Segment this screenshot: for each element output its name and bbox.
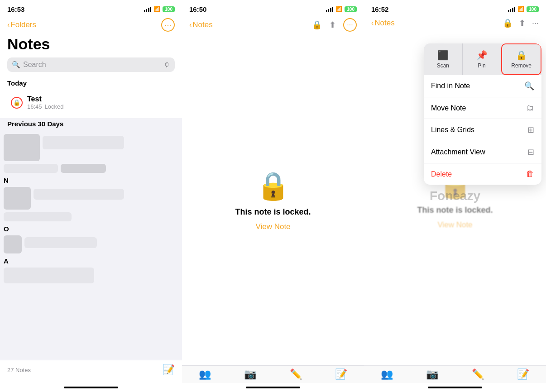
pin-label: Pin bbox=[478, 62, 485, 69]
remove-icon: 🔒 bbox=[516, 50, 527, 61]
markup-icon-2[interactable]: ✏️ bbox=[290, 368, 302, 380]
compose-icon-3[interactable]: 📝 bbox=[517, 368, 529, 380]
battery-2: 100 bbox=[345, 6, 357, 12]
nav-icons-2: 🔒 ⬆ ··· bbox=[312, 18, 357, 32]
battery-3: 100 bbox=[527, 6, 539, 12]
wifi-icon-1: 📶 bbox=[153, 6, 160, 12]
status-bar-2: 16:50 📶 100 bbox=[182, 0, 364, 16]
home-indicator-1 bbox=[0, 383, 182, 392]
lock-icon-2[interactable]: 🔒 bbox=[312, 20, 322, 30]
status-icons-2: 📶 100 bbox=[326, 6, 357, 12]
bottom-icons-3: 👥 📷 ✏️ 📝 bbox=[364, 365, 546, 383]
mic-icon[interactable]: 🎙 bbox=[163, 61, 170, 69]
view-note-button-2[interactable]: View Note bbox=[255, 222, 290, 231]
screen2: 16:50 📶 100 ‹ Notes 🔒 ⬆ ··· 🔒 This note … bbox=[182, 0, 364, 392]
home-bar-2 bbox=[246, 387, 300, 388]
locked-content-2: 🔒 This note is locked. View Note bbox=[182, 35, 364, 365]
back-button-3[interactable]: ‹ Notes bbox=[371, 19, 395, 28]
page-title-1: Notes bbox=[0, 35, 182, 57]
section-a: A bbox=[4, 257, 9, 265]
scan-icon: ⬛ bbox=[437, 50, 449, 61]
context-menu-top-row: ⬛ Scan 📌 Pin 🔒 Remove bbox=[424, 43, 541, 75]
locked-message-3: This note is locked. bbox=[417, 206, 493, 215]
camera-icon-2[interactable]: 📷 bbox=[244, 368, 256, 380]
attachment-icon: ⊟ bbox=[527, 147, 534, 157]
screen1: 16:53 📶 100 ‹ Folders ··· Notes 🔍 Search… bbox=[0, 0, 182, 392]
bottom-bar-1: 27 Notes 📝 bbox=[0, 360, 182, 383]
screen3: 16:52 📶 100 ‹ Notes 🔒 ⬆ ··· ⬛ Scan bbox=[364, 0, 546, 392]
compose-icon-2[interactable]: 📝 bbox=[335, 368, 347, 380]
pin-icon: 📌 bbox=[476, 50, 488, 61]
status-icons-3: 📶 100 bbox=[508, 6, 539, 12]
lock-circle-icon: 🔒 bbox=[11, 97, 23, 109]
search-placeholder: Search bbox=[23, 61, 161, 69]
chevron-left-icon-2: ‹ bbox=[189, 21, 192, 29]
blurred-notes: N O A bbox=[0, 130, 182, 290]
home-bar-1 bbox=[64, 387, 118, 388]
scan-label: Scan bbox=[437, 62, 449, 69]
status-time-3: 16:52 bbox=[371, 5, 388, 13]
locked-message-2: This note is locked. bbox=[235, 207, 311, 217]
back-button-1[interactable]: ‹ Folders bbox=[7, 20, 36, 29]
camera-icon-3[interactable]: 📷 bbox=[426, 368, 438, 380]
signal-icon-2 bbox=[326, 7, 334, 12]
back-label-3: Notes bbox=[374, 19, 394, 28]
context-menu: ⬛ Scan 📌 Pin 🔒 Remove Find in Note 🔍 Mov… bbox=[424, 43, 541, 185]
lines-label: Lines & Grids bbox=[431, 126, 474, 134]
back-button-2[interactable]: ‹ Notes bbox=[189, 20, 213, 29]
note-time: 16:45 bbox=[27, 103, 42, 110]
battery-1: 100 bbox=[163, 6, 175, 12]
chevron-left-icon-3: ‹ bbox=[371, 19, 374, 27]
move-note-button[interactable]: Move Note 🗂 bbox=[424, 97, 541, 119]
search-bar[interactable]: 🔍 Search 🎙 bbox=[7, 57, 175, 72]
nav-bar-3: ‹ Notes 🔒 ⬆ ··· bbox=[364, 16, 546, 32]
status-time-2: 16:50 bbox=[189, 5, 206, 13]
delete-button[interactable]: Delete 🗑 bbox=[424, 163, 541, 185]
signal-icon-1 bbox=[144, 7, 152, 12]
more-button-2[interactable]: ··· bbox=[343, 18, 357, 32]
wifi-icon-3: 📶 bbox=[517, 6, 524, 12]
attachment-label: Attachment View bbox=[431, 148, 485, 156]
lock-icon-3[interactable]: 🔒 bbox=[503, 18, 512, 28]
notes-count: 27 Notes bbox=[7, 367, 31, 373]
share-icon-2[interactable]: ⬆ bbox=[329, 20, 336, 30]
status-bar-1: 16:53 📶 100 bbox=[0, 0, 182, 16]
status-time-1: 16:53 bbox=[7, 5, 24, 13]
home-indicator-2 bbox=[182, 383, 364, 392]
grid-icon: ⊞ bbox=[527, 125, 534, 135]
people-icon-3[interactable]: 👥 bbox=[381, 368, 393, 380]
attachment-view-button[interactable]: Attachment View ⊟ bbox=[424, 141, 541, 163]
compose-button[interactable]: 📝 bbox=[163, 364, 175, 376]
note-title: Test bbox=[27, 95, 171, 103]
wifi-icon-2: 📶 bbox=[335, 6, 342, 12]
note-info: Test 16:45 Locked bbox=[27, 95, 171, 110]
delete-label: Delete bbox=[431, 170, 452, 178]
status-bar-3: 16:52 📶 100 bbox=[364, 0, 546, 16]
find-in-note-button[interactable]: Find in Note 🔍 bbox=[424, 75, 541, 97]
markup-icon-3[interactable]: ✏️ bbox=[472, 368, 484, 380]
back-label-1: Folders bbox=[10, 20, 36, 29]
home-bar-3 bbox=[428, 387, 482, 388]
note-meta: 16:45 Locked bbox=[27, 103, 171, 110]
lines-grids-button[interactable]: Lines & Grids ⊞ bbox=[424, 119, 541, 141]
find-label: Find in Note bbox=[431, 82, 470, 90]
scan-button[interactable]: ⬛ Scan bbox=[424, 43, 463, 75]
nav-icons-3: 🔒 ⬆ ··· bbox=[503, 18, 539, 28]
move-label: Move Note bbox=[431, 104, 466, 112]
find-icon: 🔍 bbox=[524, 81, 534, 91]
note-item-test[interactable]: 🔒 Test 16:45 Locked bbox=[4, 90, 178, 115]
section-n: N bbox=[4, 177, 9, 184]
remove-label: Remove bbox=[511, 62, 532, 69]
share-icon-3[interactable]: ⬆ bbox=[519, 18, 526, 28]
bottom-icons-2: 👥 📷 ✏️ 📝 bbox=[182, 365, 364, 383]
people-icon-2[interactable]: 👥 bbox=[199, 368, 211, 380]
view-note-button-3[interactable]: View Note bbox=[437, 220, 472, 229]
remove-button[interactable]: 🔒 Remove bbox=[501, 43, 541, 75]
trash-icon: 🗑 bbox=[526, 169, 534, 179]
more-button-1[interactable]: ··· bbox=[161, 18, 175, 32]
note-list-content: Previous 30 Days N O bbox=[0, 118, 182, 360]
more-icon-3[interactable]: ··· bbox=[532, 19, 539, 28]
section-o: O bbox=[4, 225, 9, 233]
pin-button[interactable]: 📌 Pin bbox=[463, 43, 502, 75]
chevron-left-icon: ‹ bbox=[7, 21, 10, 29]
